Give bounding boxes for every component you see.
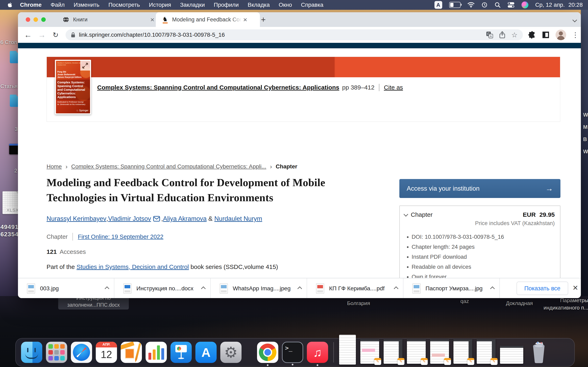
book-title-link[interactable]: Complex Systems: Spanning Control and Co… (97, 84, 339, 91)
breadcrumb-book-link[interactable]: Complex Systems: Spanning Control and Co… (71, 163, 267, 170)
pages-dock-icon[interactable] (121, 342, 142, 363)
globe-favicon (63, 17, 69, 23)
chrome-dock-icon[interactable] (257, 342, 278, 363)
minimized-pages-document[interactable]: ✎ (453, 339, 472, 364)
system-settings-dock-icon[interactable]: ⚙ (220, 342, 242, 363)
input-source-icon[interactable]: A (434, 1, 442, 9)
minimized-document-thumbnail[interactable] (500, 346, 523, 364)
download-item[interactable]: КП ГФ Керимба....pdf (307, 278, 403, 298)
menu-item-file[interactable]: Файл (51, 2, 65, 8)
desktop-file-label[interactable]: индикативного п... (533, 305, 588, 311)
extensions-puzzle-icon[interactable] (528, 31, 536, 39)
minimize-window-button[interactable] (34, 17, 38, 22)
tab-active-chapter[interactable]: ♞ Modeling and Feedback Contr × (156, 12, 260, 27)
menu-item-view[interactable]: Посмотреть (108, 2, 140, 8)
chevron-up-icon[interactable] (105, 286, 109, 291)
author-link[interactable]: Nurassyl Kerimbayev (47, 215, 106, 222)
menu-item-edit[interactable]: Изменить (74, 2, 99, 8)
desktop-label-2[interactable]: 2 (14, 167, 17, 174)
finder-dock-icon[interactable] (21, 342, 42, 363)
menu-item-history[interactable]: История (149, 2, 171, 8)
desktop-label-3[interactable]: 3 (15, 126, 17, 132)
download-item[interactable]: 003.jpg (18, 278, 114, 298)
chevron-up-icon[interactable] (202, 286, 205, 291)
first-online-link[interactable]: First Online: 19 September 2022 (78, 234, 163, 240)
new-tab-button[interactable]: + (261, 16, 266, 24)
minimized-pages-document[interactable]: ✎ (360, 339, 379, 364)
show-all-downloads-button[interactable]: Показать все (517, 282, 568, 295)
email-icon[interactable] (153, 216, 160, 222)
access-institution-button[interactable]: Access via your institution → (399, 179, 561, 198)
control-center-icon[interactable] (508, 2, 515, 8)
profile-avatar[interactable] (555, 30, 566, 40)
desktop-label-statya[interactable]: Статья (0, 83, 17, 90)
calendar-dock-icon[interactable]: АПР. 12 (96, 342, 117, 363)
side-panel-icon[interactable] (542, 31, 550, 39)
tab-close-icon[interactable]: × (243, 16, 247, 23)
author-link[interactable]: Vladimir Jotsov (108, 215, 151, 222)
desktop-xlsx-file-icon[interactable]: XLSX (2, 191, 20, 214)
back-button[interactable]: ← (24, 31, 32, 39)
minimized-window-thumbnail[interactable] (339, 335, 356, 365)
close-window-button[interactable] (26, 17, 30, 22)
address-bar[interactable]: link.springer.com/chapter/10.1007/978-3-… (66, 29, 523, 40)
desktop-file-label[interactable]: Докладная (506, 300, 533, 307)
chevron-up-icon[interactable] (491, 286, 494, 291)
music-dock-icon[interactable]: ♫ (307, 342, 328, 363)
download-item[interactable]: Паспорт Умирза....jpg (403, 278, 500, 298)
desktop-label-stol[interactable]: 6 Стол (0, 39, 17, 45)
time-machine-icon[interactable] (481, 2, 488, 8)
tab-books[interactable]: Книги × (56, 12, 159, 27)
desktop-file-label[interactable]: Параметры (545, 297, 588, 304)
close-downloads-bar-icon[interactable]: × (573, 283, 578, 292)
translate-icon[interactable]: GA (486, 31, 493, 38)
tab-search-button[interactable] (573, 18, 576, 22)
download-item[interactable]: Инструкция по....docx (114, 278, 211, 298)
apple-menu-icon[interactable] (8, 2, 12, 8)
chevron-up-icon[interactable] (298, 286, 301, 291)
launchpad-dock-icon[interactable] (46, 342, 67, 363)
reload-button[interactable]: ↻ (53, 31, 59, 38)
menu-item-tab[interactable]: Вкладка (248, 2, 270, 8)
author-link[interactable]: Aliya Akramova (163, 215, 207, 222)
breadcrumb-home-link[interactable]: Home (47, 163, 62, 170)
desktop-file-label[interactable]: Болгария (347, 300, 370, 307)
minimized-pages-document[interactable]: ✎ (407, 339, 426, 364)
zoom-window-button[interactable] (41, 17, 46, 22)
terminal-dock-icon[interactable]: >_ (282, 342, 303, 363)
battery-icon[interactable] (449, 2, 461, 8)
siri-icon[interactable] (521, 1, 528, 8)
cover-expand-button[interactable] (80, 61, 90, 71)
menu-item-bookmarks[interactable]: Закладки (180, 2, 205, 8)
share-icon[interactable] (499, 31, 505, 39)
numbers-dock-icon[interactable] (146, 342, 167, 363)
book-cover[interactable]: Studies in Systems, Decision and Control… (55, 60, 91, 114)
minimized-pages-document[interactable]: ✎ (430, 339, 449, 364)
cite-as-link[interactable]: Cite as (384, 84, 403, 91)
trash-dock-icon[interactable] (529, 341, 549, 364)
menu-item-chrome[interactable]: Chrome (20, 2, 42, 8)
bookmark-star-icon[interactable]: ☆ (511, 31, 518, 39)
series-link[interactable]: Studies in Systems, Decision and Control (77, 263, 189, 270)
keynote-dock-icon[interactable] (171, 342, 192, 363)
purchase-header[interactable]: Chapter EUR29.95 (400, 206, 560, 218)
tab-close-icon[interactable]: × (150, 16, 154, 23)
author-link[interactable]: Nurdaulet Nurym (214, 215, 262, 222)
forward-button[interactable]: → (38, 31, 46, 39)
desktop-file-label[interactable]: qaz (460, 298, 469, 304)
minimized-pages-document[interactable]: ✎ (384, 339, 402, 364)
minimized-pages-document[interactable]: ✎ (477, 339, 495, 364)
app-store-dock-icon[interactable]: A (195, 342, 217, 363)
menu-clock[interactable]: Ср, 12 апр. 20:28 (535, 2, 583, 8)
menu-item-window[interactable]: Окно (279, 2, 292, 8)
chevron-up-icon[interactable] (394, 286, 398, 291)
spotlight-search-icon[interactable] (494, 2, 501, 8)
wifi-icon[interactable] (467, 2, 475, 8)
menu-item-profiles[interactable]: Профили (214, 2, 239, 8)
menu-item-help[interactable]: Справка (301, 2, 323, 8)
menu-status-area: A Ср, 12 апр. 20:28 (434, 1, 588, 9)
safari-dock-icon[interactable] (71, 342, 92, 363)
chrome-menu-icon[interactable]: ⋮ (572, 31, 579, 39)
cover-publisher-text: ♘ Springer (76, 109, 88, 112)
download-item[interactable]: WhatsApp Imag....jpeg (211, 278, 307, 298)
